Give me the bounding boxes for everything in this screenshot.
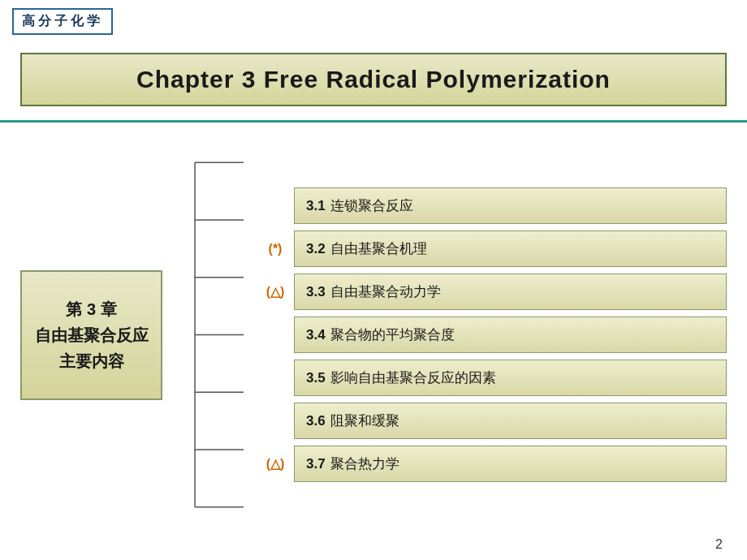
section-title-s7: 聚合热力学 <box>330 456 399 472</box>
chapter-title: Chapter 3 Free Radical Polymerization <box>38 66 709 93</box>
section-title-s6: 阻聚和缓聚 <box>330 413 399 429</box>
section-box-s7[interactable]: 3.7聚合热力学 <box>294 446 727 482</box>
section-title-s1: 连锁聚合反应 <box>330 198 413 213</box>
section-badge-s3: (△) <box>260 284 291 299</box>
section-item-s2: (*)3.2自由基聚合机理 <box>260 230 727 267</box>
content-area: 第 3 章 自由基聚合反应 主要内容 3.1连锁聚合反应(*)3.2自由基聚合机… <box>20 134 727 536</box>
left-box-line3: 主要内容 <box>59 352 124 370</box>
connector-area <box>162 134 260 536</box>
separator-line <box>0 120 747 123</box>
section-box-s4[interactable]: 3.4聚合物的平均聚合度 <box>294 317 727 353</box>
section-title-s2: 自由基聚合机理 <box>330 241 427 256</box>
sections-list: 3.1连锁聚合反应(*)3.2自由基聚合机理(△)3.3自由基聚合动力学3.4聚… <box>260 187 727 482</box>
section-title-s3: 自由基聚合动力学 <box>330 284 441 299</box>
section-title-s4: 聚合物的平均聚合度 <box>330 327 455 342</box>
section-box-s1[interactable]: 3.1连锁聚合反应 <box>294 187 727 224</box>
section-box-s6[interactable]: 3.6阻聚和缓聚 <box>294 403 727 439</box>
section-item-s7: (△)3.7聚合热力学 <box>260 446 727 482</box>
section-number-s7: 3.7 <box>306 456 326 472</box>
section-item-s1: 3.1连锁聚合反应 <box>260 187 727 224</box>
section-item-s4: 3.4聚合物的平均聚合度 <box>260 317 727 353</box>
app-title: 高分子化学 <box>12 8 113 35</box>
section-item-s5: 3.5影响自由基聚合反应的因素 <box>260 360 727 396</box>
section-number-s5: 3.5 <box>306 370 326 386</box>
section-number-s4: 3.4 <box>306 327 326 342</box>
section-item-s3: (△)3.3自由基聚合动力学 <box>260 274 727 310</box>
section-badge-s2: (*) <box>260 242 291 256</box>
section-title-s5: 影响自由基聚合反应的因素 <box>330 370 496 386</box>
page-number: 2 <box>715 537 723 552</box>
section-box-s5[interactable]: 3.5影响自由基聚合反应的因素 <box>294 360 727 396</box>
app-title-text: 高分子化学 <box>22 14 103 28</box>
section-badge-s7: (△) <box>260 456 291 472</box>
section-number-s3: 3.3 <box>306 284 326 299</box>
section-number-s1: 3.1 <box>306 198 326 213</box>
section-item-s6: 3.6阻聚和缓聚 <box>260 403 727 439</box>
chapter-summary-text: 第 3 章 自由基聚合反应 主要内容 <box>35 296 149 374</box>
section-box-s3[interactable]: 3.3自由基聚合动力学 <box>294 274 727 310</box>
section-number-s2: 3.2 <box>306 241 326 256</box>
chapter-summary-box: 第 3 章 自由基聚合反应 主要内容 <box>20 270 162 400</box>
left-box-line1: 第 3 章 <box>66 300 116 318</box>
section-number-s6: 3.6 <box>306 413 326 429</box>
chapter-header: Chapter 3 Free Radical Polymerization <box>20 53 727 106</box>
connector-svg <box>162 134 260 536</box>
section-box-s2[interactable]: 3.2自由基聚合机理 <box>294 230 727 267</box>
left-box-line2: 自由基聚合反应 <box>35 326 149 344</box>
